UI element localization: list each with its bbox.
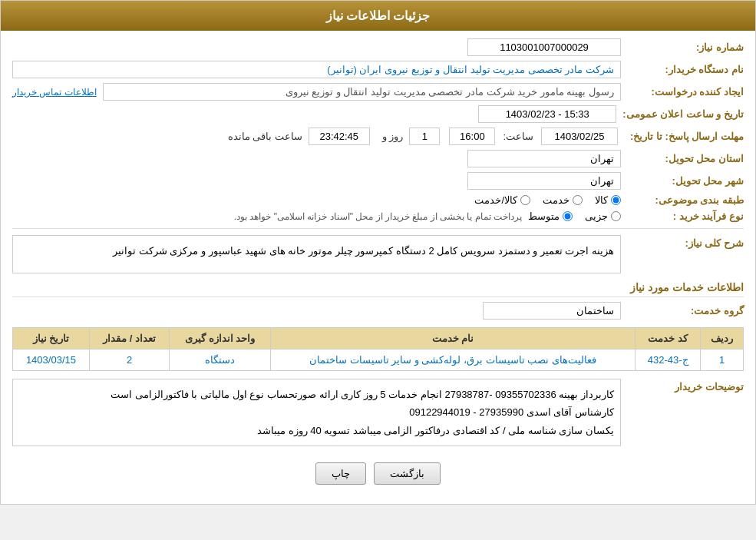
category-option-kala[interactable]: کالا	[595, 194, 621, 206]
category-radio-group: کالا خدمت کالا/خدمت	[474, 194, 621, 206]
service-group-value: ساختمان	[483, 302, 621, 320]
service-group-label: گروه خدمت:	[621, 305, 744, 316]
announce-datetime-value: 1403/02/23 - 15:33	[478, 105, 616, 123]
announce-datetime-label: تاریخ و ساعت اعلان عمومی:	[616, 108, 744, 120]
services-table: ردیف کد خدمت نام خدمت واحد اندازه گیری ت…	[12, 327, 744, 371]
services-table-container: ردیف کد خدمت نام خدمت واحد اندازه گیری ت…	[12, 327, 744, 371]
need-number-value: 1103001007000029	[467, 38, 621, 56]
deadline-label: مهلت ارسال پاسخ: تا تاریخ:	[621, 131, 744, 142]
table-row: 1 ج-43-432 فعالیت‌های نصب تاسیسات برق، ل…	[13, 350, 744, 371]
customer-notes-label: توضیحات خریدار	[621, 379, 744, 393]
purchase-type-note: پرداخت تمام یا بخشی از مبلغ خریدار از مح…	[234, 211, 522, 222]
purchase-type-motavasset-label: متوسط	[528, 210, 560, 222]
deadline-time: 16:00	[449, 128, 495, 145]
col-need-date: تاریخ نیاز	[13, 328, 90, 350]
col-quantity: تعداد / مقدار	[89, 328, 169, 350]
purchase-type-label: نوع فرآیند خرید :	[621, 210, 744, 222]
creator-contact-link[interactable]: اطلاعات تماس خریدار	[12, 87, 97, 98]
province-label: استان محل تحویل:	[621, 153, 744, 164]
city-value: تهران	[467, 172, 621, 190]
page-title: جزئیات اطلاعات نیاز	[1, 1, 755, 31]
purchase-type-motavasset[interactable]: متوسط	[528, 210, 573, 222]
requester-org-label: نام دستگاه خریدار:	[621, 64, 744, 75]
need-desc-label: شرح کلی نیاز:	[621, 235, 744, 249]
category-kala-khedmat-label: کالا/خدمت	[474, 194, 517, 206]
cell-row-num: 1	[701, 350, 744, 371]
cell-quantity: 2	[89, 350, 169, 371]
requester-org-value: شرکت مادر تخصصی مدیریت تولید انتقال و تو…	[12, 61, 621, 78]
deadline-days-label: روز و	[382, 131, 404, 142]
need-desc-value: هزینه اجرت تعمیر و دستمزد سرویس کامل 2 د…	[12, 235, 621, 273]
customer-notes-value: کاربرداز بهینه 09355702336 -27938787 انج…	[12, 379, 621, 446]
cell-unit: دستگاه	[170, 350, 271, 371]
category-label: طبقه بندی موضوعی:	[621, 194, 744, 206]
col-service-code: کد خدمت	[636, 328, 701, 350]
back-button[interactable]: بازگشت	[374, 462, 441, 485]
col-unit: واحد اندازه گیری	[170, 328, 271, 350]
col-row-num: ردیف	[701, 328, 744, 350]
cell-need-date: 1403/03/15	[13, 350, 90, 371]
service-info-title: اطلاعات خدمات مورد نیاز	[12, 281, 744, 297]
category-option-khedmat[interactable]: خدمت	[543, 194, 583, 206]
cell-service-name: فعالیت‌های نصب تاسیسات برق، لوله‌کشی و س…	[270, 350, 635, 371]
purchase-type-jozi-label: جزیی	[585, 210, 608, 222]
col-service-name: نام خدمت	[270, 328, 635, 350]
creator-label: ایجاد کننده درخواست:	[621, 86, 744, 98]
city-label: شهر محل تحویل:	[621, 175, 744, 187]
category-option-kala-khedmat[interactable]: کالا/خدمت	[474, 194, 530, 206]
deadline-remaining: 23:42:45	[309, 128, 370, 145]
deadline-time-label: ساعت:	[503, 131, 533, 142]
cell-service-code: ج-43-432	[636, 350, 701, 371]
category-kala-label: کالا	[595, 194, 608, 206]
need-number-label: شماره نیاز:	[621, 41, 744, 53]
province-value: تهران	[467, 150, 621, 167]
deadline-date: 1403/02/25	[541, 128, 618, 145]
creator-value: رسول بهینه مامور خرید شرکت مادر تخصصی مد…	[103, 83, 621, 101]
deadline-remaining-label: ساعت باقی مانده	[228, 131, 302, 142]
bottom-buttons: بازگشت چاپ	[12, 462, 744, 485]
deadline-days: 1	[409, 128, 440, 145]
category-khedmat-label: خدمت	[543, 194, 569, 206]
print-button[interactable]: چاپ	[315, 462, 366, 485]
purchase-type-jozi[interactable]: جزیی	[585, 210, 621, 222]
purchase-type-radio-group: جزیی متوسط	[528, 210, 621, 222]
